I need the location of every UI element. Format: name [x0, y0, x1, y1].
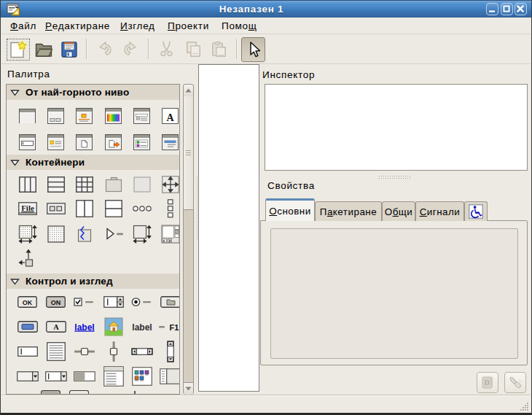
- svg-text:A: A: [166, 112, 174, 123]
- svg-text:F1: F1: [169, 323, 179, 332]
- svg-text:ON: ON: [51, 299, 61, 306]
- svg-text:D: D: [484, 379, 489, 387]
- svg-text:label: label: [132, 322, 152, 333]
- svg-text:A: A: [53, 323, 59, 331]
- svg-text:label: label: [74, 322, 94, 333]
- svg-text:File: File: [21, 203, 34, 212]
- svg-text:OK: OK: [23, 299, 33, 306]
